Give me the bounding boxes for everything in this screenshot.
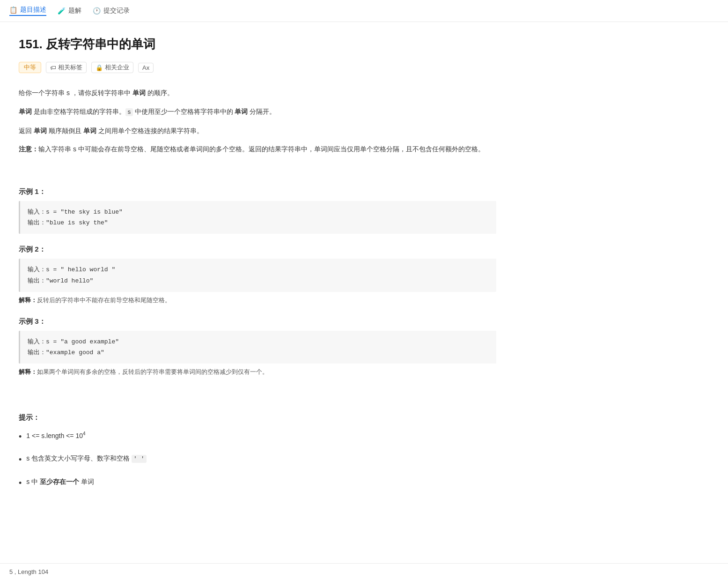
example-2-output: 输出："world hello" — [28, 275, 489, 286]
lock-icon: 🔒 — [96, 64, 103, 71]
hint-item-3: s 中 至少存在一个 单词 — [19, 476, 496, 491]
example-3-input: 输入：s = "a good example" — [28, 336, 489, 347]
example-3-code: 输入：s = "a good example" 输出："example good… — [19, 331, 496, 364]
example-3-title: 示例 3： — [19, 317, 496, 326]
description-line-1: 给你一个字符串 s ，请你反转字符串中 单词 的顺序。 — [19, 86, 496, 99]
tags-row: 中等 🏷 相关标签 🔒 相关企业 Ax — [19, 62, 496, 73]
tab-history-label: 提交记录 — [103, 7, 130, 15]
related-companies-button[interactable]: 🔒 相关企业 — [91, 62, 133, 73]
related-companies-label: 相关企业 — [105, 63, 129, 72]
history-icon: 🕐 — [93, 7, 101, 15]
example-1-output: 输出："blue is sky the" — [28, 217, 489, 228]
related-tags-button[interactable]: 🏷 相关标签 — [46, 62, 87, 73]
tab-description-label: 题目描述 — [20, 6, 46, 14]
description-line-3: 返回 单词 顺序颠倒且 单词 之间用单个空格连接的结果字符串。 — [19, 124, 496, 137]
note-block: 注意：输入字符串 s 中可能会存在前导空格、尾随空格或者单词间的多个空格。返回的… — [19, 143, 496, 156]
tab-history[interactable]: 🕐 提交记录 — [93, 7, 130, 15]
tab-solution[interactable]: 🧪 题解 — [58, 7, 81, 15]
example-2-code: 输入：s = " hello world " 输出："world hello" — [19, 259, 496, 292]
hints-title: 提示： — [19, 413, 496, 422]
solution-icon: 🧪 — [58, 7, 66, 15]
example-1-code: 输入：s = "the sky is blue" 输出："blue is sky… — [19, 201, 496, 234]
font-size-label: Ax — [142, 64, 149, 71]
example-3-output: 输出："example good a" — [28, 347, 489, 358]
hint-item-1: 1 <= s.length <= 104 — [19, 430, 496, 444]
tab-solution-label: 题解 — [68, 7, 81, 15]
related-tags-label: 相关标签 — [58, 63, 82, 72]
hint-3-content: s 中 至少存在一个 单词 — [26, 476, 94, 488]
hint-item-2: s 包含英文大小写字母、数字和空格 ' ' — [19, 453, 496, 467]
top-navigation: 📋 题目描述 🧪 题解 🕐 提交记录 — [0, 0, 728, 22]
hint-1-content: 1 <= s.length <= 104 — [26, 430, 85, 442]
font-size-button[interactable]: Ax — [138, 63, 154, 73]
example-2-input: 输入：s = " hello world " — [28, 264, 489, 275]
description-line-2: 单词 是由非空格字符组成的字符串。s 中使用至少一个空格将字符串中的 单词 分隔… — [19, 105, 496, 119]
description-icon: 📋 — [9, 6, 17, 14]
tab-description[interactable]: 📋 题目描述 — [9, 6, 46, 16]
example-2-title: 示例 2： — [19, 245, 496, 254]
tag-icon: 🏷 — [50, 64, 56, 71]
example-1-title: 示例 1： — [19, 187, 496, 196]
difficulty-badge: 中等 — [19, 62, 41, 73]
problem-title: 151. 反转字符串中的单词 — [19, 36, 496, 52]
example-3-explanation: 解释：如果两个单词间有多余的空格，反转后的字符串需要将单词间的空格减少到仅有一个… — [19, 366, 496, 377]
example-1-input: 输入：s = "the sky is blue" — [28, 207, 489, 217]
hint-2-content: s 包含英文大小写字母、数字和空格 ' ' — [26, 453, 146, 464]
main-content: 151. 反转字符串中的单词 中等 🏷 相关标签 🔒 相关企业 Ax 给你一个字… — [0, 22, 515, 513]
hints-list: 1 <= s.length <= 104 s 包含英文大小写字母、数字和空格 '… — [19, 430, 496, 491]
example-2-explanation: 解释：反转后的字符串中不能存在前导空格和尾随空格。 — [19, 295, 496, 305]
